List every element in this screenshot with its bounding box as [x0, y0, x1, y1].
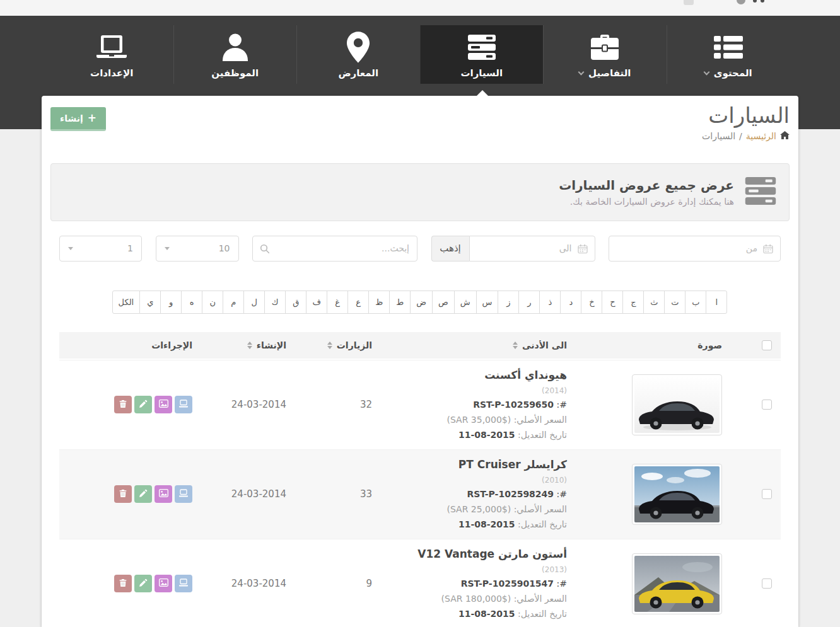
alphabet-letter-button[interactable]: ط: [389, 290, 411, 314]
alphabet-letter-button[interactable]: ر: [518, 290, 540, 314]
per-page-value: 10: [219, 243, 230, 253]
laptop-icon: [178, 489, 189, 499]
images-button[interactable]: [155, 485, 172, 503]
create-button[interactable]: + إنشاء: [50, 107, 106, 131]
nav-item-showrooms[interactable]: المعارض: [296, 25, 420, 84]
search-field: [252, 236, 417, 262]
alphabet-letter-button[interactable]: ع: [347, 290, 369, 314]
alphabet-letter-button[interactable]: غ: [327, 290, 348, 314]
alphabet-letter-button[interactable]: ض: [410, 290, 433, 314]
alphabet-letter-button[interactable]: ك: [264, 290, 286, 314]
date-from-field: [609, 236, 781, 262]
row-checkbox[interactable]: [762, 489, 772, 499]
alphabet-letter-button[interactable]: م: [223, 290, 244, 314]
column-header-created[interactable]: الإنشاء: [247, 340, 286, 350]
column-header-image: صورة: [697, 340, 722, 350]
alphabet-letter-button[interactable]: ز: [498, 290, 519, 314]
picture-icon: [159, 400, 168, 410]
date-to-input[interactable]: [470, 236, 595, 261]
nav-item-label: المحتوى: [714, 67, 752, 79]
created-date: 24-03-2014: [231, 488, 286, 500]
row-checkbox[interactable]: [762, 400, 772, 410]
alphabet-letter-button[interactable]: ح: [602, 290, 623, 314]
alphabet-letter-button[interactable]: ب: [685, 290, 706, 314]
search-input[interactable]: [253, 236, 417, 261]
create-button-label: إنشاء: [60, 113, 83, 124]
chevron-down-icon: [68, 247, 73, 250]
alphabet-letter-button[interactable]: ث: [643, 290, 665, 314]
column-header-actions: الإجراءات: [151, 340, 192, 350]
alphabet-letter-button[interactable]: و: [160, 290, 182, 314]
breadcrumb-home-link[interactable]: الرئيسية: [746, 131, 776, 141]
alphabet-letter-button[interactable]: ذ: [539, 290, 561, 314]
nav-item-details[interactable]: التفاصيل: [543, 25, 667, 84]
delete-button[interactable]: [114, 396, 132, 413]
column-header-name[interactable]: الى الأدنى: [513, 340, 567, 350]
column-header-visits[interactable]: الزيارات: [327, 340, 372, 350]
row-actions: [114, 575, 192, 592]
car-year: (2013): [417, 564, 567, 575]
alphabet-all-button[interactable]: الكل: [112, 290, 141, 314]
alphabet-letter-button[interactable]: ل: [243, 290, 265, 314]
alphabet-letter-button[interactable]: د: [560, 290, 581, 314]
select-all-checkbox[interactable]: [762, 340, 772, 350]
date-to-field: [469, 236, 595, 262]
images-button[interactable]: [155, 396, 172, 413]
sort-icon: [513, 342, 518, 349]
laptop-icon: [178, 578, 189, 589]
car-reference: #: RST-P-10259650: [446, 398, 567, 411]
car-image: [632, 553, 722, 614]
alphabet-letter-button[interactable]: ي: [139, 290, 161, 314]
visits-value: 9: [366, 578, 372, 589]
edit-button[interactable]: [134, 485, 152, 503]
picture-icon: [159, 578, 168, 589]
date-from-input[interactable]: [609, 236, 780, 261]
display-button[interactable]: [175, 575, 192, 592]
alphabet-filter: ابتثجحخدذرزسشصضطظعغفقكلمنهويالكل: [42, 290, 798, 314]
visits-value: 32: [360, 399, 372, 410]
display-button[interactable]: [175, 396, 192, 413]
alphabet-letter-button[interactable]: ه: [181, 290, 202, 314]
table-row: هيونداي أكسنت(2014)#: RST-P-10259650السع…: [59, 360, 781, 449]
alphabet-letter-button[interactable]: س: [476, 290, 499, 314]
home-icon: [780, 131, 790, 141]
trash-icon: [119, 400, 127, 410]
car-modified-date: تاريخ التعديل: 11-08-2015: [446, 518, 567, 531]
breadcrumb-separator: /: [739, 131, 742, 141]
topbar-partial-icon: [684, 0, 694, 5]
alphabet-letter-button[interactable]: ا: [706, 290, 727, 314]
nav-item-settings[interactable]: الإعدادات: [50, 25, 173, 84]
alphabet-letter-button[interactable]: ن: [202, 290, 223, 314]
alphabet-letter-button[interactable]: ظ: [368, 290, 390, 314]
alphabet-letter-button[interactable]: ت: [664, 290, 685, 314]
alphabet-letter-button[interactable]: خ: [581, 290, 602, 314]
content-panel: + إنشاء السيارات الرئيسية / السيارات عرض…: [42, 96, 798, 627]
car-reference: #: RST-P-1025901547: [417, 577, 567, 590]
list-icon: [714, 32, 743, 63]
car-title: أستون مارتن V12 Vantage: [417, 546, 567, 563]
per-page-select[interactable]: 10: [156, 236, 239, 262]
row-checkbox[interactable]: [762, 578, 772, 589]
images-button[interactable]: [155, 575, 172, 592]
alphabet-letter-button[interactable]: ف: [306, 290, 327, 314]
alphabet-letter-button[interactable]: ج: [622, 290, 644, 314]
info-box-title: عرض جميع عروض السيارات: [559, 178, 734, 193]
go-button[interactable]: إذهب: [431, 236, 469, 262]
alphabet-letter-button[interactable]: ش: [454, 290, 477, 314]
trash-icon: [119, 489, 127, 500]
chevron-down-icon: [578, 69, 585, 76]
delete-button[interactable]: [114, 575, 132, 592]
edit-button[interactable]: [134, 575, 152, 592]
nav-item-cars[interactable]: السيارات: [420, 25, 544, 84]
alphabet-letter-button[interactable]: ق: [285, 290, 306, 314]
date-to-group: إذهب: [431, 236, 595, 262]
delete-button[interactable]: [114, 485, 132, 503]
edit-button[interactable]: [134, 396, 152, 413]
created-date: 24-03-2014: [231, 578, 286, 589]
page-select[interactable]: 1: [59, 236, 142, 262]
car-details: أستون مارتن V12 Vantage(2013)#: RST-P-10…: [417, 546, 567, 621]
display-button[interactable]: [175, 485, 192, 503]
nav-item-content[interactable]: المحتوى: [667, 25, 790, 84]
nav-item-employees[interactable]: الموظفين: [173, 25, 297, 84]
alphabet-letter-button[interactable]: ص: [432, 290, 455, 314]
